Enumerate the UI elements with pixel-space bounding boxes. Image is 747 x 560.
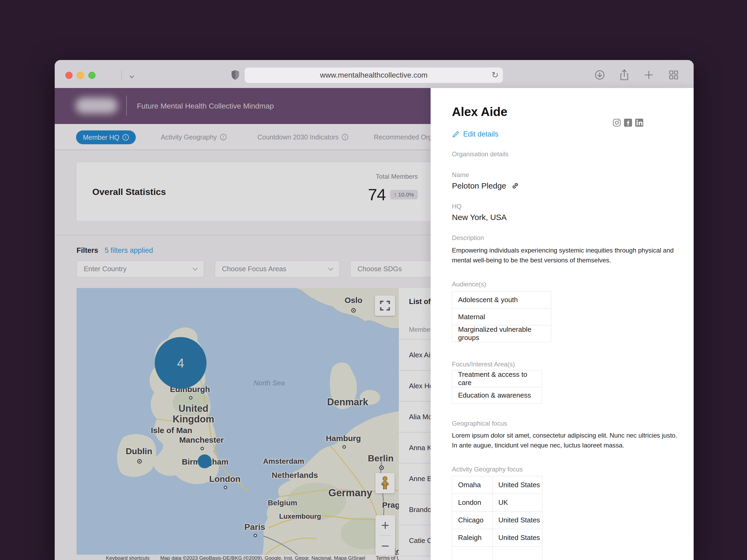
- activity-row: Omaha United States: [452, 476, 542, 494]
- chevron-down-icon: [328, 266, 333, 270]
- edit-details-button[interactable]: Edit details: [452, 130, 498, 138]
- geographical-focus-text: Lorem ipsum dolor sit amet, consectetur …: [452, 430, 679, 450]
- close-window-button[interactable]: [66, 72, 73, 79]
- zoom-out-button[interactable]: −: [376, 536, 395, 556]
- map-label-london: London: [209, 474, 240, 484]
- map-label-manchester: Manchester: [179, 435, 224, 445]
- total-members-label: Total Members: [327, 173, 418, 180]
- hq-value: New York, USA: [452, 213, 507, 222]
- terms-link[interactable]: Terms of Use: [376, 555, 399, 560]
- chevron-down-icon: [192, 266, 198, 270]
- reload-icon[interactable]: ↻: [491, 70, 499, 80]
- tab-countdown-2030[interactable]: Countdown 2030 Indicators: [257, 124, 348, 150]
- filters-applied-link[interactable]: 5 filters applied: [105, 246, 153, 255]
- header-divider: [126, 96, 127, 116]
- activity-row: Raleigh United States: [452, 529, 542, 546]
- city-dot: [137, 459, 142, 464]
- zoom-window-button[interactable]: [88, 72, 96, 79]
- focus-area-item: Education & awareness: [452, 387, 542, 403]
- focus-areas-table: Treatment & access to care Education & a…: [452, 370, 542, 404]
- pegman-icon: [380, 476, 390, 490]
- map-label-oslo: Oslo: [345, 296, 363, 305]
- fullscreen-button[interactable]: [375, 295, 395, 316]
- audience-item: Maternal: [452, 308, 551, 325]
- description-label: Description: [452, 234, 484, 242]
- map-canvas[interactable]: Oslo North Sea Edinburgh United Kingdom …: [77, 288, 399, 560]
- hq-field-label: HQ: [452, 203, 462, 210]
- city-dot: [379, 465, 384, 470]
- chevron-down-icon[interactable]: [127, 72, 136, 81]
- app-header: Future Mental Health Collective Mindmap: [55, 88, 431, 124]
- map-label-denmark: Denmark: [327, 397, 368, 408]
- activity-row: Chicago United States: [452, 511, 542, 529]
- member-detail-drawer: Alex Aide Edit details: [431, 88, 694, 560]
- info-icon[interactable]: [342, 134, 348, 140]
- tab-overview-icon[interactable]: [668, 69, 679, 81]
- map-label-prague: Prague: [382, 501, 399, 510]
- activity-row: London UK: [452, 494, 542, 511]
- pencil-icon: [452, 131, 459, 138]
- stats-title: Overall Statistics: [92, 162, 166, 221]
- map-base-art: [77, 288, 399, 560]
- info-icon[interactable]: [220, 134, 227, 140]
- map-zoom-control: + −: [376, 515, 395, 556]
- country-filter-dropdown[interactable]: Enter Country: [77, 261, 204, 277]
- org-name-value: Peloton Pledge: [452, 181, 519, 190]
- map-label-north-sea: North Sea: [253, 379, 285, 387]
- audience-label: Audience(s): [452, 281, 486, 288]
- new-tab-icon[interactable]: [643, 70, 654, 80]
- map-label-belgium: Belgium: [268, 499, 297, 507]
- shield-privacy-icon[interactable]: [231, 70, 240, 80]
- geographical-focus-label: Geographical focus: [452, 420, 507, 427]
- downloads-icon[interactable]: [594, 70, 605, 80]
- map-cluster-marker[interactable]: 4: [155, 337, 206, 389]
- linkedin-icon[interactable]: [635, 118, 643, 127]
- focus-area-item: Treatment & access to care: [452, 370, 542, 387]
- map-data-text: Map data ©2023 GeoBasis-DE/BKG (©2009), …: [160, 555, 365, 560]
- address-bar[interactable]: www.mentalhealthcollective.com ↻: [244, 68, 503, 83]
- map-label-amsterdam: Amsterdam: [263, 457, 304, 465]
- facebook-icon[interactable]: [624, 118, 632, 127]
- city-dot: [224, 486, 227, 489]
- tab-member-hq[interactable]: Member HQ: [76, 130, 136, 144]
- map-label-united-kingdom: United: [179, 403, 208, 414]
- link-icon[interactable]: [511, 182, 519, 190]
- city-dot: [201, 447, 204, 450]
- minimize-window-button[interactable]: [77, 72, 84, 79]
- map-pin-marker[interactable]: [197, 453, 213, 474]
- name-field-label: Name: [452, 171, 469, 179]
- total-members-value: 74: [368, 185, 386, 204]
- member-name-title: Alex Aide: [452, 105, 508, 119]
- activity-row: [452, 546, 542, 560]
- browser-toolbar: www.mentalhealthcollective.com ↻: [55, 60, 694, 88]
- instagram-icon[interactable]: [613, 118, 621, 127]
- focus-areas-filter-dropdown[interactable]: Choose Focus Areas: [215, 261, 340, 277]
- map-label-hamburg: Hamburg: [326, 434, 361, 443]
- tab-activity-geography[interactable]: Activity Geography: [161, 124, 227, 150]
- map-label-germany: Germany: [328, 487, 372, 499]
- audience-item: Adolescent & youth: [452, 291, 551, 308]
- zoom-in-button[interactable]: +: [376, 515, 395, 535]
- tab-recommended-orgs[interactable]: Recommended Orga: [374, 124, 436, 150]
- info-icon[interactable]: [123, 134, 129, 140]
- map-label-dublin: Dublin: [126, 446, 152, 456]
- audience-item: Marginalized vulnerable groups: [452, 325, 551, 342]
- map-attribution: Keyboard shortcuts Map data ©2023 GeoBas…: [77, 555, 399, 560]
- keyboard-shortcuts-link[interactable]: Keyboard shortcuts: [106, 555, 150, 560]
- page-content: Future Mental Health Collective Mindmap …: [55, 88, 431, 560]
- app-title: Future Mental Health Collective Mindmap: [137, 88, 274, 124]
- activity-geography-table: Omaha United States London UK Chicago Un…: [452, 476, 542, 560]
- delta-badge: ↑ 10.0%: [390, 190, 418, 199]
- window-controls: [66, 72, 96, 79]
- city-dot: [351, 308, 356, 313]
- audience-table: Adolescent & youth Maternal Marginalized…: [452, 291, 551, 342]
- map-label-netherlands: Netherlands: [272, 471, 318, 480]
- tab-bar: Member HQ Activity Geography Countdown 2…: [55, 124, 431, 150]
- member-column-header: Member: [409, 326, 433, 334]
- map-label-isle-of-man: Isle of Man: [151, 426, 192, 435]
- map-label-paris: Paris: [244, 522, 265, 532]
- fullscreen-icon: [380, 300, 390, 311]
- share-icon[interactable]: [619, 69, 629, 81]
- pegman-button[interactable]: [376, 473, 394, 494]
- city-dot: [342, 445, 346, 449]
